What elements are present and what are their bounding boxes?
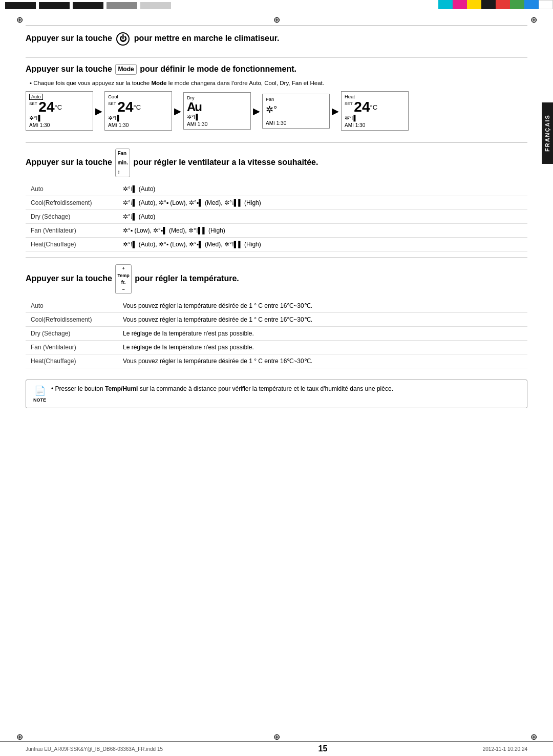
cool-am: AM⁞ 1:30 [108,122,129,128]
set-label-auto: SET [29,101,37,106]
mode-fan-label: Fan [266,96,326,102]
footer: Junfrau EU_AR09FSSK&Y@_IB_DB68-03363A_FR… [0,741,553,756]
section4-part1: Appuyer sur la touche [26,275,112,283]
fan-am: AM⁞ 1:30 [266,120,286,126]
temp-row-cool: Cool(Refroidissement) Vous pouvez régler… [26,313,527,327]
temp-row-fan: Fan (Ventilateur) Le réglage de la tempé… [26,341,527,354]
set-label-cool: SET [108,101,116,106]
color-green [510,0,524,9]
fan-button-icon: Fanmin.↕ [115,149,130,177]
fan-icons-auto: ✲°⁞▌ (Auto) [118,182,527,196]
heat-temp-num: 24 [354,99,370,115]
section3-part1: Appuyer sur la touche [26,158,112,167]
heat-deg: °C [370,103,378,111]
mode-display-cool: Cool SET 24°C ✲°⁞▌ AM⁞ 1:30 [104,91,172,131]
color-white [539,0,553,9]
fan-icons-heat: ✲°⁞▌ (Auto), ✲°▪ (Low), ✲°▪▌ (Med), ✲°⁞▌… [118,238,527,251]
mode-fan-time: AM⁞ 1:30 [266,120,326,126]
cool-fan-icon: ✲°⁞▌ [108,115,121,121]
note-doc-icon: 📄 [34,385,46,396]
section4-part2: pour régler la température. [135,275,239,283]
power-icon: ⏻ [116,32,130,46]
top-bar-black-blocks [0,0,438,9]
mode-display-dry: Dry Au ✲°⁞▌ AM⁞ 1:30 [183,92,251,130]
mode-auto-time: AM⁞ 1:30 [29,122,90,128]
section3-part2: pour régler le ventilateur a la vitesse … [133,158,318,167]
mode-displays-row: Auto SET 24°C ✲°⁞▌ AM⁞ 1:30 ▶ Cool SET [26,91,527,131]
arrow-1: ▶ [95,106,102,117]
temp-mode-fan: Fan (Ventilateur) [26,341,118,354]
mode-heat-time: AM⁞ 1:30 [345,122,405,128]
reg-mark-top-left: ⊕ [14,14,25,25]
fan-row-auto: Auto ✲°⁞▌ (Auto) [26,182,527,196]
dry-temp-num: Au [187,100,201,114]
set-label-heat: SET [345,101,353,106]
black-block-2 [39,2,70,9]
black-block-1 [5,2,36,9]
fan-row-heat: Heat(Chauffage) ✲°⁞▌ (Auto), ✲°▪ (Low), … [26,238,527,251]
fan-row-dry: Dry (Séchage) ✲°⁞▌ (Auto) [26,210,527,224]
color-blocks [438,0,553,9]
fan-mode-cool: Cool(Refroidissement) [26,196,118,210]
section-fan: Appuyer sur la touche Fanmin.↕ pour régl… [26,142,527,258]
auto-fan-icon: ✲°⁞▌ [29,115,42,121]
mode-auto-temp-row: SET 24°C [29,100,90,114]
reg-mark-top-right: ⊕ [528,14,539,25]
fan-icon-fan: ✲°▪ (Low), ✲°▪▌ (Med), ✲°⁞▌▌ (High) [123,227,225,234]
fan-mode-heat: Heat(Chauffage) [26,238,118,251]
auto-deg: °C [55,103,62,111]
section-power: Appuyer sur la touche ⏻ pour mettre en m… [26,26,527,57]
mode-dry-temp-row: Au [187,101,247,113]
fan-icon-dry: ✲°⁞▌ (Auto) [123,213,155,220]
fan-mode-fan: Fan (Ventilateur) [26,224,118,238]
note-icon-area: 📄 NOTE [33,385,46,403]
cool-deg: °C [134,103,141,111]
note-label: NOTE [33,397,46,403]
section1-part2: pour mettre en marche le climatiseur. [134,34,280,43]
color-black [481,0,496,9]
arrow-2: ▶ [174,106,181,117]
side-tab-francais: FRANÇAIS [542,102,553,164]
cool-temp-num: 24 [117,99,133,115]
section-power-title: Appuyer sur la touche ⏻ pour mettre en m… [26,32,527,46]
mode-dry-time: AM⁞ 1:30 [187,121,247,127]
temp-mode-auto: Auto [26,299,118,313]
heat-fan-icon: ✲°⁞▌ [345,115,357,121]
color-red [496,0,510,9]
fan-mode-dry: Dry (Séchage) [26,210,118,224]
fan-mode-auto: Auto [26,182,118,196]
mode-cool-temp-row: SET 24°C [108,100,168,114]
reg-mark-bottom-right: ⊕ [528,731,539,742]
arrow-3: ▶ [253,106,260,117]
fan-row-fan: Fan (Ventilateur) ✲°▪ (Low), ✲°▪▌ (Med),… [26,224,527,238]
temp-desc-dry: Le réglage de la température n'est pas p… [118,327,527,341]
fan-icons-dry: ✲°⁞▌ (Auto) [118,210,527,224]
note-text: • Presser le bouton Temp/Humi sur la com… [51,385,393,392]
dry-fan-icon: ✲°⁞▌ [187,114,200,120]
note-bold: Temp/Humi [105,385,138,392]
mode-auto-icons: ✲°⁞▌ [29,115,90,121]
footer-left: Junfrau EU_AR09FSSK&Y@_IB_DB68-03363A_FR… [26,746,163,752]
fan-icon-heat: ✲°⁞▌ (Auto), ✲°▪ (Low), ✲°▪▌ (Med), ✲°⁞▌… [123,241,261,248]
auto-am: AM⁞ 1:30 [29,122,50,128]
fan-speed-table: Auto ✲°⁞▌ (Auto) Cool(Refroidissement) ✲… [26,182,527,251]
section-temp-title: Appuyer sur la touche +Tempfr.− pour rég… [26,264,527,294]
mode-heat-icons: ✲°⁞▌ [345,115,405,121]
mode-cool-icons: ✲°⁞▌ [108,115,168,121]
color-yellow [467,0,481,9]
fan-icon-auto: ✲°⁞▌ (Auto) [123,185,155,193]
mode-display-fan: Fan ✲° AM⁞ 1:30 [262,94,330,129]
temp-desc-heat: Vous pouvez régler la température désiré… [118,354,527,368]
fan-icon-main: ✲° [266,104,277,115]
temp-row-heat: Heat(Chauffage) Vous pouvez régler la te… [26,354,527,368]
fan-row-cool: Cool(Refroidissement) ✲°⁞▌ (Auto), ✲°▪ (… [26,196,527,210]
mode-display-heat: Heat SET 24°C ✲°⁞▌ AM⁞ 1:30 [341,91,409,131]
gray-block [107,2,137,9]
mode-heat-temp-row: SET 24°C [345,100,405,114]
temp-desc-fan: Le réglage de la température n'est pas p… [118,341,527,354]
mode-icon: Mode [115,64,136,75]
temp-desc-auto: Vous pouvez régler la température désiré… [118,299,527,313]
temp-mode-heat: Heat(Chauffage) [26,354,118,368]
mode-cool-time: AM⁞ 1:30 [108,122,168,128]
fan-icon-cool: ✲°⁞▌ (Auto), ✲°▪ (Low), ✲°▪▌ (Med), ✲°⁞▌… [123,199,261,206]
